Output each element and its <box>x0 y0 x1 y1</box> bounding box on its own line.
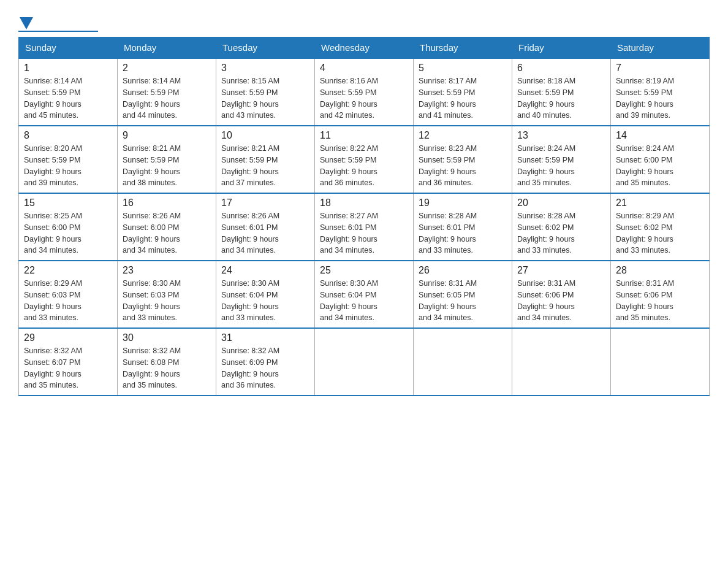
calendar-cell <box>512 328 611 396</box>
calendar-cell: 31 Sunrise: 8:32 AM Sunset: 6:09 PM Dayl… <box>216 328 315 396</box>
calendar-cell: 10 Sunrise: 8:21 AM Sunset: 5:59 PM Dayl… <box>216 126 315 193</box>
day-info: Sunrise: 8:21 AM Sunset: 5:59 PM Dayligh… <box>221 143 309 189</box>
day-number: 31 <box>221 332 309 343</box>
day-number: 6 <box>517 63 605 74</box>
calendar-cell: 14 Sunrise: 8:24 AM Sunset: 6:00 PM Dayl… <box>611 126 710 193</box>
day-info: Sunrise: 8:21 AM Sunset: 5:59 PM Dayligh… <box>123 143 211 189</box>
day-info: Sunrise: 8:14 AM Sunset: 5:59 PM Dayligh… <box>123 75 211 121</box>
day-number: 17 <box>221 197 309 209</box>
day-info: Sunrise: 8:19 AM Sunset: 5:59 PM Dayligh… <box>616 75 704 121</box>
calendar-cell: 26 Sunrise: 8:31 AM Sunset: 6:05 PM Dayl… <box>414 261 512 328</box>
calendar-cell: 16 Sunrise: 8:26 AM Sunset: 6:00 PM Dayl… <box>118 193 216 261</box>
day-number: 19 <box>419 197 507 209</box>
day-number: 20 <box>517 197 605 209</box>
calendar-cell: 27 Sunrise: 8:31 AM Sunset: 6:06 PM Dayl… <box>512 261 611 328</box>
day-number: 14 <box>616 130 704 141</box>
day-info: Sunrise: 8:27 AM Sunset: 6:01 PM Dayligh… <box>320 210 408 256</box>
week-row-1: 1 Sunrise: 8:14 AM Sunset: 5:59 PM Dayli… <box>19 58 710 126</box>
day-info: Sunrise: 8:23 AM Sunset: 5:59 PM Dayligh… <box>419 143 507 189</box>
day-number: 30 <box>123 332 211 343</box>
calendar-table: SundayMondayTuesdayWednesdayThursdayFrid… <box>18 37 710 396</box>
calendar-cell: 8 Sunrise: 8:20 AM Sunset: 5:59 PM Dayli… <box>19 126 118 193</box>
calendar-cell: 19 Sunrise: 8:28 AM Sunset: 6:01 PM Dayl… <box>414 193 512 261</box>
day-info: Sunrise: 8:31 AM Sunset: 6:06 PM Dayligh… <box>616 278 704 324</box>
day-number: 1 <box>24 63 112 74</box>
header-wednesday: Wednesday <box>315 37 414 59</box>
day-number: 28 <box>616 265 704 276</box>
day-number: 15 <box>24 197 112 209</box>
day-number: 26 <box>419 265 507 276</box>
day-info: Sunrise: 8:28 AM Sunset: 6:01 PM Dayligh… <box>419 210 507 256</box>
day-info: Sunrise: 8:26 AM Sunset: 6:00 PM Dayligh… <box>123 210 211 256</box>
calendar-cell <box>414 328 512 396</box>
day-number: 13 <box>517 130 605 141</box>
day-number: 23 <box>123 265 211 276</box>
day-info: Sunrise: 8:31 AM Sunset: 6:06 PM Dayligh… <box>517 278 605 324</box>
header-monday: Monday <box>118 37 216 59</box>
calendar-cell: 1 Sunrise: 8:14 AM Sunset: 5:59 PM Dayli… <box>19 58 118 126</box>
calendar-cell: 12 Sunrise: 8:23 AM Sunset: 5:59 PM Dayl… <box>414 126 512 193</box>
day-info: Sunrise: 8:22 AM Sunset: 5:59 PM Dayligh… <box>320 143 408 189</box>
day-info: Sunrise: 8:32 AM Sunset: 6:08 PM Dayligh… <box>123 345 211 391</box>
calendar-cell: 11 Sunrise: 8:22 AM Sunset: 5:59 PM Dayl… <box>315 126 414 193</box>
day-number: 22 <box>24 265 112 276</box>
day-info: Sunrise: 8:24 AM Sunset: 5:59 PM Dayligh… <box>517 143 605 189</box>
calendar-cell: 28 Sunrise: 8:31 AM Sunset: 6:06 PM Dayl… <box>611 261 710 328</box>
calendar-cell: 13 Sunrise: 8:24 AM Sunset: 5:59 PM Dayl… <box>512 126 611 193</box>
day-number: 11 <box>320 130 408 141</box>
day-info: Sunrise: 8:30 AM Sunset: 6:04 PM Dayligh… <box>320 278 408 324</box>
calendar-cell: 20 Sunrise: 8:28 AM Sunset: 6:02 PM Dayl… <box>512 193 611 261</box>
day-info: Sunrise: 8:30 AM Sunset: 6:04 PM Dayligh… <box>221 278 309 324</box>
day-info: Sunrise: 8:15 AM Sunset: 5:59 PM Dayligh… <box>221 75 309 121</box>
day-info: Sunrise: 8:31 AM Sunset: 6:05 PM Dayligh… <box>419 278 507 324</box>
calendar-cell: 21 Sunrise: 8:29 AM Sunset: 6:02 PM Dayl… <box>611 193 710 261</box>
calendar-cell: 6 Sunrise: 8:18 AM Sunset: 5:59 PM Dayli… <box>512 58 611 126</box>
calendar-cell: 23 Sunrise: 8:30 AM Sunset: 6:03 PM Dayl… <box>118 261 216 328</box>
calendar-cell: 17 Sunrise: 8:26 AM Sunset: 6:01 PM Dayl… <box>216 193 315 261</box>
day-info: Sunrise: 8:20 AM Sunset: 5:59 PM Dayligh… <box>24 143 112 189</box>
calendar-cell: 7 Sunrise: 8:19 AM Sunset: 5:59 PM Dayli… <box>611 58 710 126</box>
day-number: 8 <box>24 130 112 141</box>
calendar-cell: 3 Sunrise: 8:15 AM Sunset: 5:59 PM Dayli… <box>216 58 315 126</box>
day-info: Sunrise: 8:16 AM Sunset: 5:59 PM Dayligh… <box>320 75 408 121</box>
day-number: 7 <box>616 63 704 74</box>
logo-triangle-icon <box>20 17 33 29</box>
calendar-cell: 24 Sunrise: 8:30 AM Sunset: 6:04 PM Dayl… <box>216 261 315 328</box>
calendar-cell: 25 Sunrise: 8:30 AM Sunset: 6:04 PM Dayl… <box>315 261 414 328</box>
calendar-cell: 4 Sunrise: 8:16 AM Sunset: 5:59 PM Dayli… <box>315 58 414 126</box>
header-saturday: Saturday <box>611 37 710 59</box>
day-info: Sunrise: 8:32 AM Sunset: 6:07 PM Dayligh… <box>24 345 112 391</box>
calendar-header-row: SundayMondayTuesdayWednesdayThursdayFrid… <box>19 37 710 59</box>
day-info: Sunrise: 8:32 AM Sunset: 6:09 PM Dayligh… <box>221 345 309 391</box>
day-info: Sunrise: 8:14 AM Sunset: 5:59 PM Dayligh… <box>24 75 112 121</box>
day-number: 25 <box>320 265 408 276</box>
logo <box>18 18 98 31</box>
day-number: 24 <box>221 265 309 276</box>
calendar-cell: 18 Sunrise: 8:27 AM Sunset: 6:01 PM Dayl… <box>315 193 414 261</box>
week-row-2: 8 Sunrise: 8:20 AM Sunset: 5:59 PM Dayli… <box>19 126 710 193</box>
day-number: 9 <box>123 130 211 141</box>
day-info: Sunrise: 8:18 AM Sunset: 5:59 PM Dayligh… <box>517 75 605 121</box>
header-tuesday: Tuesday <box>216 37 315 59</box>
calendar-cell: 29 Sunrise: 8:32 AM Sunset: 6:07 PM Dayl… <box>19 328 118 396</box>
day-number: 5 <box>419 63 507 74</box>
header-sunday: Sunday <box>19 37 118 59</box>
day-number: 12 <box>419 130 507 141</box>
day-number: 18 <box>320 197 408 209</box>
day-number: 10 <box>221 130 309 141</box>
week-row-5: 29 Sunrise: 8:32 AM Sunset: 6:07 PM Dayl… <box>19 328 710 396</box>
calendar-cell: 9 Sunrise: 8:21 AM Sunset: 5:59 PM Dayli… <box>118 126 216 193</box>
calendar-cell <box>611 328 710 396</box>
svg-marker-0 <box>20 17 33 29</box>
day-number: 2 <box>123 63 211 74</box>
day-info: Sunrise: 8:24 AM Sunset: 6:00 PM Dayligh… <box>616 143 704 189</box>
day-info: Sunrise: 8:29 AM Sunset: 6:03 PM Dayligh… <box>24 278 112 324</box>
calendar-cell: 5 Sunrise: 8:17 AM Sunset: 5:59 PM Dayli… <box>414 58 512 126</box>
day-info: Sunrise: 8:28 AM Sunset: 6:02 PM Dayligh… <box>517 210 605 256</box>
day-number: 29 <box>24 332 112 343</box>
day-number: 3 <box>221 63 309 74</box>
week-row-4: 22 Sunrise: 8:29 AM Sunset: 6:03 PM Dayl… <box>19 261 710 328</box>
day-info: Sunrise: 8:29 AM Sunset: 6:02 PM Dayligh… <box>616 210 704 256</box>
week-row-3: 15 Sunrise: 8:25 AM Sunset: 6:00 PM Dayl… <box>19 193 710 261</box>
calendar-cell: 2 Sunrise: 8:14 AM Sunset: 5:59 PM Dayli… <box>118 58 216 126</box>
